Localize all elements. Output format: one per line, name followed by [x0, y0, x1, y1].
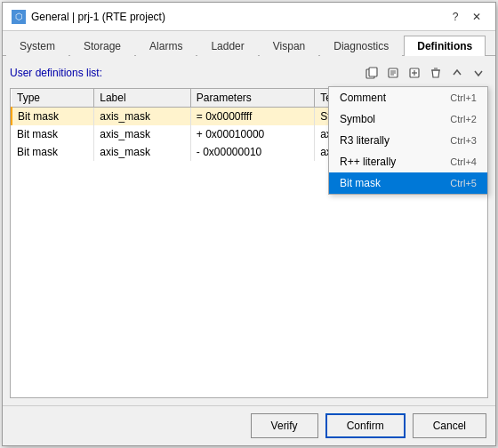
tab-diagnostics[interactable]: Diagnostics: [320, 36, 402, 56]
col-label: Label: [94, 89, 191, 108]
dialog-title: General | prj-1 (RTE project): [31, 11, 165, 23]
col-params: Parameters: [190, 89, 314, 108]
toolbar-icon-up[interactable]: [447, 63, 467, 83]
cell-type: Bit mask: [12, 125, 94, 143]
cell-type: Bit mask: [12, 143, 94, 161]
dropdown-label: R++ literally: [340, 156, 396, 168]
dropdown-item-bitmask[interactable]: Bit mask Ctrl+5: [329, 172, 487, 194]
tabs-bar: System Storage Alarms Ladder Vispan Diag…: [3, 31, 495, 56]
title-bar-left: ⬡ General | prj-1 (RTE project): [12, 10, 165, 24]
toolbar-icons: [362, 63, 488, 83]
col-type: Type: [12, 89, 94, 108]
toolbar-icon-add[interactable]: [405, 63, 424, 83]
cancel-button[interactable]: Cancel: [413, 413, 486, 438]
verify-button[interactable]: Verify: [251, 413, 318, 438]
dropdown-label: Comment: [340, 92, 386, 104]
dropdown-menu: Comment Ctrl+1 Symbol Ctrl+2 R3 literall…: [328, 86, 488, 195]
toolbar-icon-edit[interactable]: [383, 63, 403, 83]
help-button[interactable]: ?: [446, 7, 465, 27]
toolbar-icon-down[interactable]: [469, 63, 488, 83]
toolbar-icon-delete[interactable]: [426, 63, 446, 83]
cell-params: - 0x00000010: [190, 143, 314, 161]
dropdown-label: Symbol: [340, 113, 375, 125]
user-def-header: User definitions list:: [10, 63, 488, 83]
dropdown-shortcut: Ctrl+1: [450, 92, 477, 103]
cell-type: Bit mask: [12, 108, 94, 126]
dropdown-label: Bit mask: [340, 177, 381, 189]
cell-params: = 0x0000ffff: [190, 108, 314, 126]
close-button[interactable]: ✕: [467, 7, 486, 27]
cell-label: axis_mask: [94, 125, 191, 143]
title-controls: ? ✕: [446, 7, 486, 27]
dropdown-shortcut: Ctrl+2: [450, 114, 477, 124]
tab-definitions[interactable]: Definitions: [404, 36, 486, 56]
dropdown-item-comment[interactable]: Comment Ctrl+1: [329, 87, 487, 108]
dropdown-shortcut: Ctrl+3: [450, 135, 477, 146]
cell-label: axis_mask: [94, 143, 191, 161]
user-def-label: User definitions list:: [10, 67, 102, 79]
tab-storage[interactable]: Storage: [70, 36, 134, 56]
tab-vispan[interactable]: Vispan: [260, 36, 318, 56]
dropdown-item-symbol[interactable]: Symbol Ctrl+2: [329, 108, 487, 130]
tab-ladder[interactable]: Ladder: [197, 36, 257, 56]
toolbar-icon-copy[interactable]: [362, 63, 382, 83]
tab-alarms[interactable]: Alarms: [136, 36, 196, 56]
dropdown-item-rpp[interactable]: R++ literally Ctrl+4: [329, 151, 487, 172]
dropdown-label: R3 literally: [340, 134, 390, 147]
content-area: User definitions list:: [3, 56, 495, 405]
cell-params: + 0x00010000: [190, 125, 314, 143]
cell-label: axis_mask: [94, 108, 191, 126]
tab-system[interactable]: System: [6, 36, 68, 56]
app-icon: ⬡: [12, 10, 26, 24]
footer: Verify Confirm Cancel: [3, 405, 495, 445]
confirm-button[interactable]: Confirm: [325, 413, 406, 438]
title-bar: ⬡ General | prj-1 (RTE project) ? ✕: [3, 3, 495, 31]
dialog-window: ⬡ General | prj-1 (RTE project) ? ✕ Syst…: [2, 2, 496, 446]
dropdown-item-r3[interactable]: R3 literally Ctrl+3: [329, 130, 487, 151]
dropdown-shortcut: Ctrl+4: [450, 156, 477, 167]
svg-rect-1: [369, 68, 377, 76]
dropdown-shortcut: Ctrl+5: [450, 178, 477, 188]
